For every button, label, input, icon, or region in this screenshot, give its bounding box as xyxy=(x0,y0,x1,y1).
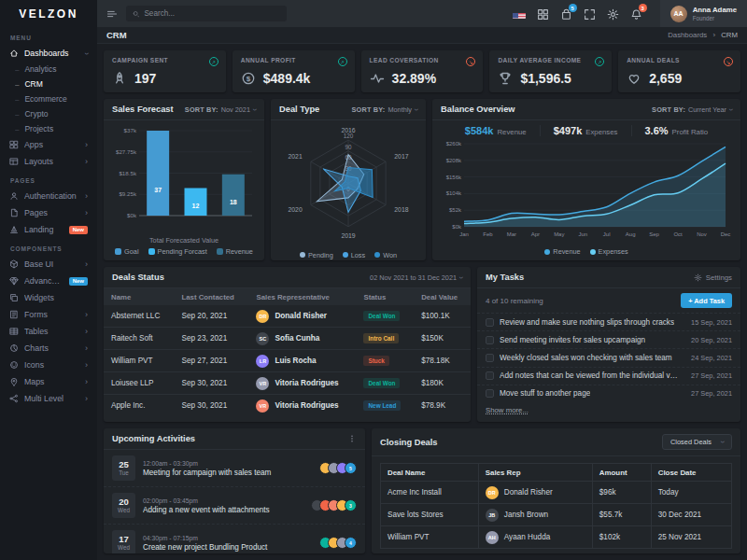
notification-count-badge: 3 xyxy=(639,4,647,12)
sidebar-item-widgets[interactable]: Widgets xyxy=(0,289,97,306)
deal-type-card: Deal Type SORT BY: Monthly › 20162017201… xyxy=(271,99,426,260)
task-text: Review and make sure nothing slips throu… xyxy=(500,318,674,327)
svg-text:Apr: Apr xyxy=(531,231,540,237)
svg-text:18: 18 xyxy=(230,199,237,205)
table-row[interactable]: Loiusee LLPSep 30, 2021VRVitoria Rodrigu… xyxy=(104,372,471,395)
legend-item[interactable]: Revenue xyxy=(217,247,253,256)
sidebar-item-crm[interactable]: ‒CRM xyxy=(0,77,97,91)
activity-item[interactable]: 17Wed04:30pm - 07:15pmCreate new project… xyxy=(104,524,365,553)
svg-text:2021: 2021 xyxy=(289,153,303,160)
breadcrumb-dashboards[interactable]: Dashboards xyxy=(668,31,707,39)
sidebar-item-apps[interactable]: Apps› xyxy=(0,136,97,153)
deal-type-sort-dropdown[interactable]: SORT BY: Monthly › xyxy=(352,105,417,114)
fullscreen-icon[interactable] xyxy=(584,7,596,20)
revenue-total: $584k xyxy=(465,125,494,136)
sidebar-item-crypto[interactable]: ‒Crypto xyxy=(0,106,97,121)
legend-item[interactable]: Pending Forcast xyxy=(148,247,207,256)
sidebar-item-authentication[interactable]: Authentication› xyxy=(0,188,97,204)
show-more-link[interactable]: Show more... xyxy=(477,402,740,418)
table-row[interactable]: Raitech SoftSep 23, 2021SCSofia CunhaInt… xyxy=(104,328,471,350)
main-area: 5 3 AA Anna Adame Founder CRM Dashb xyxy=(97,0,747,560)
sidebar-item-layouts[interactable]: Layouts› xyxy=(0,153,97,170)
apps-grid-icon[interactable] xyxy=(537,7,549,20)
table-row[interactable]: William PVTAHAyaan Hudda$102k25 Nov 2021 xyxy=(381,526,732,549)
theme-toggle-icon[interactable] xyxy=(607,7,619,20)
stat-card-campaign-sent: CAMPAIGN SENT↗197 xyxy=(104,50,226,92)
svg-text:Jul: Jul xyxy=(603,231,611,237)
nav-section-label: MENU xyxy=(0,27,97,45)
sidebar-item-base-ui[interactable]: Base UI› xyxy=(0,256,97,273)
table-row[interactable]: Apple Inc.Sep 30, 2021VRVitoria Rodrigue… xyxy=(104,395,471,417)
hamburger-icon[interactable] xyxy=(106,8,118,20)
activity-time: 02:00pm - 03:45pm xyxy=(143,497,307,504)
add-task-button[interactable]: + Add Task xyxy=(681,293,732,308)
close-date: 25 Nov 2021 xyxy=(651,526,731,549)
new-badge: New xyxy=(69,226,88,234)
rep-name: Luis Rocha xyxy=(275,357,316,365)
deals-status-table: NameLast ContactedSales RepresentativeSt… xyxy=(104,288,471,416)
sidebar-item-multi-level[interactable]: Multi Level› xyxy=(0,390,97,407)
activity-date: 17Wed xyxy=(112,530,135,553)
legend-item[interactable]: Won xyxy=(374,251,397,259)
sidebar-item-tables[interactable]: Tables› xyxy=(0,323,97,340)
activity-date: 20Wed xyxy=(112,493,135,518)
task-checkbox[interactable] xyxy=(486,336,494,344)
task-date: 27 Sep, 2021 xyxy=(684,371,732,380)
more-options-icon[interactable] xyxy=(347,434,357,443)
legend-item[interactable]: Goal xyxy=(115,247,138,256)
sidebar-item-charts[interactable]: Charts› xyxy=(0,340,97,357)
sales-forecast-sort-dropdown[interactable]: SORT BY: Nov 2021 › xyxy=(185,105,256,114)
stat-value: $1,596.5 xyxy=(520,71,571,86)
card-title: Upcoming Activities xyxy=(112,434,195,443)
sidebar-item-forms[interactable]: Forms› xyxy=(0,306,97,323)
legend-item[interactable]: Expenses xyxy=(590,247,628,256)
task-checkbox[interactable] xyxy=(486,371,494,380)
cart-button[interactable]: 5 xyxy=(560,7,572,20)
sidebar-item-analytics[interactable]: ‒Analytics xyxy=(0,62,97,77)
user-menu[interactable]: AA Anna Adame Founder xyxy=(660,0,747,27)
sidebar-item-projects[interactable]: ‒Projects xyxy=(0,121,97,136)
topbar: 5 3 AA Anna Adame Founder xyxy=(97,0,747,27)
sidebar-item-pages[interactable]: Pages› xyxy=(0,204,97,221)
search-input[interactable] xyxy=(144,9,280,18)
language-flag-icon[interactable] xyxy=(513,9,526,19)
tasks-settings-button[interactable]: Settings xyxy=(694,273,732,282)
sidebar-item-dashboards[interactable]: Dashboards› xyxy=(0,45,97,62)
rep-name: Vitoria Rodrigues xyxy=(275,401,338,410)
task-checkbox[interactable] xyxy=(486,318,494,327)
notifications-button[interactable]: 3 xyxy=(630,7,642,20)
brand-logo[interactable]: VELZON xyxy=(0,0,97,27)
table-row[interactable]: Acme Inc InstallDRDonald Risher$96kToday xyxy=(381,482,732,504)
avatar-count-badge: 4 xyxy=(345,537,357,549)
activity-item[interactable]: 25Tue12:00am - 03:30pmMeeting for campai… xyxy=(104,450,365,486)
activity-title: Meeting for campaign with sales team xyxy=(143,469,316,477)
balance-overview-card: Balance Overview SORT BY: Current Year ›… xyxy=(432,99,740,260)
sidebar-item-advance-ui[interactable]: Advance UINew xyxy=(0,273,97,289)
sidebar-item-maps[interactable]: Maps› xyxy=(0,373,97,390)
table-row[interactable]: Absternet LLCSep 20, 2021DRDonald Risher… xyxy=(104,305,471,328)
balance-sort-dropdown[interactable]: SORT BY: Current Year › xyxy=(652,105,732,114)
task-checkbox[interactable] xyxy=(486,354,494,362)
deals-date-range-dropdown[interactable]: 02 Nov 2021 to 31 Dec 2021 › xyxy=(370,273,462,282)
sidebar-item-landing[interactable]: LandingNew xyxy=(0,221,97,238)
closing-deals-filter-select[interactable]: Closed Deals › xyxy=(662,434,732,450)
sidebar-item-ecommerce[interactable]: ‒Ecommerce xyxy=(0,91,97,106)
trend-up-icon: ↗ xyxy=(338,57,347,66)
table-row[interactable]: William PVTSep 27, 2021LRLuis RochaStuck… xyxy=(104,350,471,372)
table-row[interactable]: Save lots StoresJBJansh Brown$55.7k30 De… xyxy=(381,504,732,526)
task-checkbox[interactable] xyxy=(486,389,494,398)
legend-item[interactable]: Loss xyxy=(343,251,365,259)
search-box[interactable] xyxy=(126,6,287,21)
sidebar-item-icons[interactable]: Icons› xyxy=(0,357,97,373)
file-icon xyxy=(9,208,19,217)
activity-item[interactable]: 20Wed02:00pm - 03:45pmAdding a new event… xyxy=(104,486,365,524)
upcoming-activities-card: Upcoming Activities 25Tue12:00am - 03:30… xyxy=(104,428,365,553)
legend-item[interactable]: Pending xyxy=(300,251,333,259)
legend-item[interactable]: Revenue xyxy=(544,247,580,256)
svg-text:2019: 2019 xyxy=(341,232,355,239)
card-title: Balance Overview xyxy=(441,105,515,114)
avatar: DR xyxy=(486,486,499,499)
activity-avatars: 5 xyxy=(323,462,357,474)
user-icon xyxy=(9,191,19,201)
sales-forecast-xlabel: Total Forecasted Value xyxy=(104,236,264,245)
